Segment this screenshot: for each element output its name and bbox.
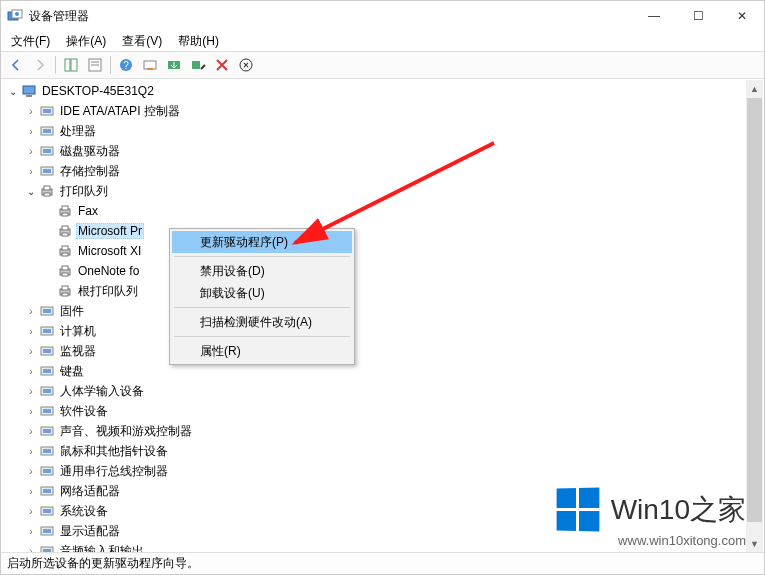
svg-rect-19 <box>43 129 51 133</box>
svg-rect-17 <box>43 109 51 113</box>
category-item[interactable]: ›计算机 <box>5 321 746 341</box>
device-label: Microsoft Pr <box>76 223 144 239</box>
forward-button[interactable] <box>29 54 51 76</box>
category-icon <box>39 463 55 479</box>
device-item[interactable]: Microsoft Pr <box>5 221 746 241</box>
menu-separator <box>174 336 350 337</box>
category-icon <box>39 163 55 179</box>
category-icon <box>39 383 55 399</box>
device-tree[interactable]: ⌄DESKTOP-45E31Q2›IDE ATA/ATAPI 控制器›处理器›磁… <box>5 81 746 552</box>
category-label: 显示适配器 <box>58 522 122 541</box>
disable-button[interactable] <box>211 54 233 76</box>
category-item[interactable]: ›存储控制器 <box>5 161 746 181</box>
update-driver-button[interactable] <box>163 54 185 76</box>
category-item[interactable]: ›声音、视频和游戏控制器 <box>5 421 746 441</box>
scrollbar-thumb[interactable] <box>747 98 762 522</box>
vertical-scrollbar[interactable]: ▲ ▼ <box>746 80 763 552</box>
svg-rect-4 <box>71 59 77 71</box>
category-label: 鼠标和其他指针设备 <box>58 442 170 461</box>
category-label: 磁盘驱动器 <box>58 142 122 161</box>
computer-icon <box>21 83 37 99</box>
svg-rect-47 <box>43 349 51 353</box>
category-label: 监视器 <box>58 342 98 361</box>
toolbar: ? <box>1 51 764 79</box>
category-icon <box>39 443 55 459</box>
context-menu-item[interactable]: 更新驱动程序(P) <box>172 231 352 253</box>
menu-help[interactable]: 帮助(H) <box>172 31 225 52</box>
svg-rect-31 <box>62 226 68 230</box>
enable-button[interactable] <box>235 54 257 76</box>
category-item[interactable]: ›键盘 <box>5 361 746 381</box>
context-menu-item[interactable]: 禁用设备(D) <box>172 260 352 282</box>
help-button[interactable]: ? <box>115 54 137 76</box>
minimize-button[interactable]: — <box>632 1 676 31</box>
device-item[interactable]: Fax <box>5 201 746 221</box>
svg-rect-15 <box>26 95 32 97</box>
svg-rect-38 <box>62 273 68 276</box>
context-menu-item[interactable]: 属性(R) <box>172 340 352 362</box>
menubar: 文件(F) 操作(A) 查看(V) 帮助(H) <box>1 31 764 51</box>
context-menu-item[interactable]: 卸载设备(U) <box>172 282 352 304</box>
show-hide-tree-button[interactable] <box>60 54 82 76</box>
printer-icon <box>57 263 73 279</box>
svg-rect-55 <box>43 429 51 433</box>
category-item[interactable]: ›磁盘驱动器 <box>5 141 746 161</box>
category-item[interactable]: ›IDE ATA/ATAPI 控制器 <box>5 101 746 121</box>
category-item[interactable]: ›软件设备 <box>5 401 746 421</box>
maximize-button[interactable]: ☐ <box>676 1 720 31</box>
watermark: Win10之家 www.win10xitong.com <box>556 488 746 548</box>
svg-rect-37 <box>62 266 68 270</box>
category-item[interactable]: ›人体学输入设备 <box>5 381 746 401</box>
menu-view[interactable]: 查看(V) <box>116 31 168 52</box>
status-text: 启动所选设备的更新驱动程序向导。 <box>7 556 199 570</box>
root-label: DESKTOP-45E31Q2 <box>40 83 156 99</box>
properties-button[interactable] <box>84 54 106 76</box>
scroll-up-icon[interactable]: ▲ <box>746 80 763 97</box>
category-item[interactable]: ›鼠标和其他指针设备 <box>5 441 746 461</box>
context-menu-item[interactable]: 扫描检测硬件改动(A) <box>172 311 352 333</box>
watermark-brand: Win10之家 <box>611 491 746 529</box>
svg-rect-21 <box>43 149 51 153</box>
category-label: 音频输入和输出 <box>58 542 146 553</box>
scan-button[interactable] <box>139 54 161 76</box>
category-item[interactable]: ›通用串行总线控制器 <box>5 461 746 481</box>
device-item[interactable]: Microsoft XI <box>5 241 746 261</box>
device-label: OneNote fo <box>76 263 141 279</box>
device-label: Fax <box>76 203 100 219</box>
category-item[interactable]: ›固件 <box>5 301 746 321</box>
back-button[interactable] <box>5 54 27 76</box>
svg-rect-40 <box>62 286 68 290</box>
device-item[interactable]: OneNote fo <box>5 261 746 281</box>
category-label: 键盘 <box>58 362 86 381</box>
category-item[interactable]: ›处理器 <box>5 121 746 141</box>
device-label: Microsoft XI <box>76 243 143 259</box>
category-label: 固件 <box>58 302 86 321</box>
printer-icon <box>57 203 73 219</box>
titlebar: 设备管理器 — ☐ ✕ <box>1 1 764 31</box>
uninstall-button[interactable] <box>187 54 209 76</box>
svg-rect-29 <box>62 213 68 216</box>
device-item[interactable]: 根打印队列 <box>5 281 746 301</box>
svg-rect-43 <box>43 309 51 313</box>
category-label: 人体学输入设备 <box>58 382 146 401</box>
svg-rect-53 <box>43 409 51 413</box>
category-icon <box>39 543 55 552</box>
menu-file[interactable]: 文件(F) <box>5 31 56 52</box>
category-item[interactable]: ⌄打印队列 <box>5 181 746 201</box>
menu-action[interactable]: 操作(A) <box>60 31 112 52</box>
svg-rect-28 <box>62 206 68 210</box>
category-icon <box>39 483 55 499</box>
svg-rect-65 <box>43 529 51 533</box>
category-label: 处理器 <box>58 122 98 141</box>
category-label: 系统设备 <box>58 502 110 521</box>
svg-rect-12 <box>192 61 200 69</box>
category-icon <box>39 103 55 119</box>
category-item[interactable]: ›监视器 <box>5 341 746 361</box>
close-button[interactable]: ✕ <box>720 1 764 31</box>
category-icon <box>39 363 55 379</box>
svg-rect-25 <box>44 186 50 190</box>
tree-root[interactable]: ⌄DESKTOP-45E31Q2 <box>5 81 746 101</box>
category-icon <box>39 303 55 319</box>
scroll-down-icon[interactable]: ▼ <box>746 535 763 552</box>
menu-separator <box>174 307 350 308</box>
